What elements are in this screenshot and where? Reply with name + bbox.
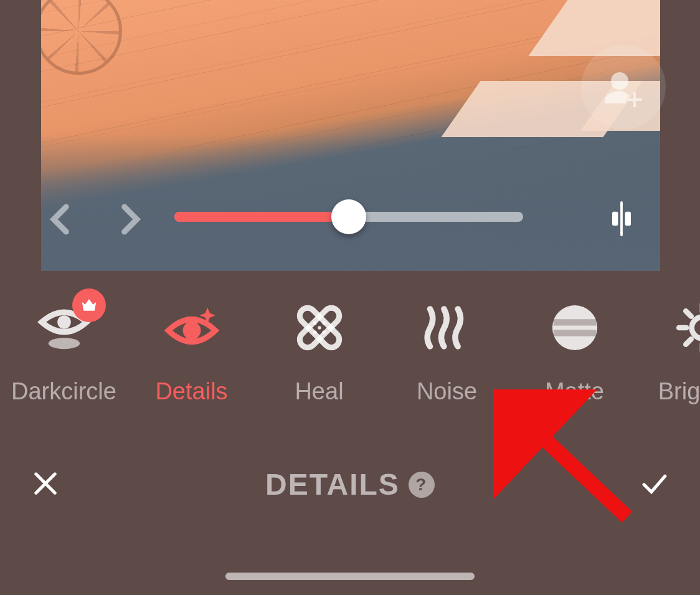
svg-line-24: [686, 339, 691, 345]
svg-point-12: [322, 330, 325, 333]
compare-button[interactable]: [603, 200, 640, 240]
svg-point-15: [552, 305, 597, 350]
tool-matte[interactable]: Matte: [511, 300, 638, 405]
matte-icon: [547, 300, 603, 356]
intensity-slider[interactable]: [174, 211, 523, 222]
svg-point-10: [318, 326, 321, 329]
svg-line-26: [686, 311, 691, 317]
panel-title: DETAILS ?: [265, 467, 435, 502]
svg-point-18: [691, 317, 700, 338]
history-nav: [44, 201, 147, 240]
user-add-icon: [603, 67, 643, 107]
svg-point-11: [313, 321, 316, 325]
svg-point-14: [322, 321, 325, 325]
bandage-icon: [291, 300, 348, 356]
svg-rect-1: [612, 212, 618, 226]
tool-label: Brighten: [658, 378, 700, 405]
svg-rect-16: [553, 319, 596, 325]
eye-sparkle-icon: [164, 300, 220, 356]
slider-thumb[interactable]: [331, 199, 366, 234]
photo-preview: [0, 0, 700, 271]
svg-rect-3: [620, 201, 623, 206]
tool-label: Heal: [295, 378, 343, 405]
premium-badge: [72, 288, 106, 322]
tool-label: Matte: [545, 378, 604, 405]
tool-noise[interactable]: Noise: [383, 300, 511, 405]
help-button[interactable]: ?: [409, 472, 435, 498]
home-indicator[interactable]: [225, 573, 475, 580]
svg-point-6: [48, 338, 79, 349]
redo-button[interactable]: [111, 201, 147, 240]
svg-rect-0: [620, 204, 623, 234]
undo-button[interactable]: [44, 201, 80, 240]
svg-point-5: [57, 315, 71, 329]
sun-icon: [674, 300, 701, 356]
tool-darkcircle[interactable]: Darkcircle: [0, 300, 128, 405]
tools-scroll-row[interactable]: Darkcircle Details Heal Noise Ma: [0, 287, 700, 417]
tool-label: Noise: [417, 378, 477, 405]
tool-details[interactable]: Details: [128, 300, 255, 405]
svg-rect-4: [620, 232, 623, 237]
svg-rect-17: [553, 330, 596, 336]
panel-title-text: DETAILS: [265, 467, 400, 502]
svg-rect-2: [625, 212, 631, 226]
cancel-button[interactable]: [29, 467, 62, 503]
confirm-button[interactable]: [638, 467, 671, 503]
tool-heal[interactable]: Heal: [255, 300, 383, 405]
tool-label: Darkcircle: [11, 378, 116, 405]
eye-shadow-icon: [36, 300, 92, 356]
overlay-detect-button[interactable]: [581, 45, 666, 130]
tool-brighten[interactable]: Brighten: [638, 300, 700, 405]
svg-point-13: [313, 330, 316, 333]
svg-point-7: [182, 321, 201, 340]
tool-label: Details: [155, 378, 227, 405]
noise-icon: [419, 300, 475, 356]
bottom-action-bar: DETAILS ?: [0, 449, 700, 520]
